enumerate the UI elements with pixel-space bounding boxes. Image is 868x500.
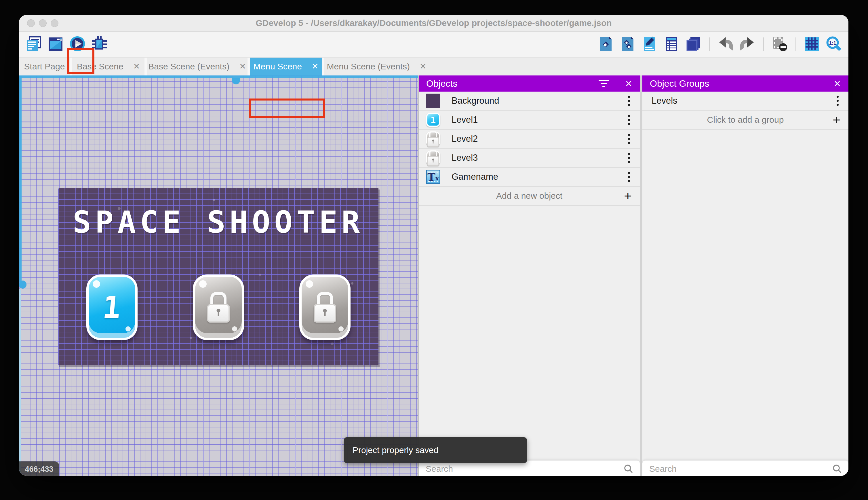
level3-sprite-thumbnail bbox=[426, 150, 441, 165]
toolbar-separator bbox=[796, 37, 796, 51]
vertical-scrollbar-track[interactable] bbox=[19, 289, 21, 476]
traffic-lights bbox=[27, 15, 58, 31]
object-row-level3[interactable]: Level3 bbox=[419, 149, 640, 168]
more-options-icon[interactable] bbox=[628, 96, 630, 106]
svg-text:1:1: 1:1 bbox=[829, 40, 836, 46]
save-toast: Project properly saved bbox=[344, 437, 527, 463]
background-sprite-thumbnail bbox=[426, 93, 441, 108]
layers-icon bbox=[685, 36, 701, 53]
objects-panel: Objects ✕ Background 1 Level1 bbox=[419, 76, 640, 476]
groups-search-input[interactable] bbox=[649, 464, 832, 474]
tab-start-page[interactable]: Start Page bbox=[19, 58, 72, 76]
close-object-groups-panel-icon[interactable]: ✕ bbox=[834, 79, 841, 89]
project-manager-icon bbox=[26, 36, 42, 53]
title-bar: GDevelop 5 - /Users/dkarakay/Documents/G… bbox=[19, 15, 848, 32]
play-icon bbox=[69, 36, 85, 53]
groups-search-bar bbox=[642, 461, 848, 476]
object-name: Background bbox=[451, 95, 499, 106]
groups-panel-empty-area bbox=[642, 129, 848, 461]
tab-base-scene-events[interactable]: Base Scene (Events) ✕ bbox=[147, 58, 250, 76]
tab-menu-scene[interactable]: Menu Scene ✕ bbox=[250, 58, 324, 76]
tab-label: Menu Scene (Events) bbox=[327, 61, 410, 71]
zoom-window-button[interactable] bbox=[51, 19, 58, 27]
group-name: Levels bbox=[652, 95, 678, 106]
pencil-card-icon bbox=[642, 36, 658, 53]
object-row-background[interactable]: Background bbox=[419, 92, 640, 111]
game-title-text-instance[interactable]: SPACE SHOOTER bbox=[58, 204, 378, 240]
add-new-group-button[interactable]: Click to add a group + bbox=[642, 111, 848, 129]
cursor-coordinates-badge: 466;433 bbox=[19, 462, 59, 476]
objects-search-input[interactable] bbox=[425, 464, 624, 474]
toggle-grid-button[interactable] bbox=[804, 36, 820, 53]
tab-close-icon[interactable]: ✕ bbox=[133, 62, 140, 70]
objects-panel-header: Objects ✕ bbox=[419, 76, 640, 92]
debugger-button[interactable] bbox=[91, 36, 108, 53]
deselect-instances-button[interactable] bbox=[771, 36, 788, 53]
group-row-levels[interactable]: Levels bbox=[642, 92, 848, 111]
level2-locked-button-instance[interactable] bbox=[193, 274, 244, 340]
object-row-level1[interactable]: 1 Level1 bbox=[419, 111, 640, 129]
object-row-gamename[interactable]: Tx Gamename bbox=[419, 168, 640, 186]
objects-panel-empty-area bbox=[419, 206, 640, 461]
object-name: Level3 bbox=[451, 153, 478, 163]
close-objects-panel-icon[interactable]: ✕ bbox=[625, 79, 632, 89]
object-groups-panel: Object Groups ✕ Levels Click to add a gr… bbox=[642, 76, 848, 476]
objects-list-button[interactable] bbox=[619, 36, 636, 53]
level1-button-instance[interactable]: 1 bbox=[86, 274, 138, 340]
level3-locked-button-instance[interactable] bbox=[299, 274, 351, 340]
layers-button[interactable] bbox=[685, 36, 702, 53]
level-buttons-row: 1 bbox=[58, 274, 378, 340]
window-title: GDevelop 5 - /Users/dkarakay/Documents/G… bbox=[19, 18, 848, 28]
tab-close-icon[interactable]: ✕ bbox=[420, 62, 426, 70]
edit-scene-properties-button[interactable] bbox=[641, 36, 658, 53]
add-new-object-button[interactable]: Add a new object + bbox=[419, 186, 640, 206]
panel-divider[interactable] bbox=[640, 76, 642, 476]
filter-icon[interactable] bbox=[598, 80, 610, 87]
more-options-icon[interactable] bbox=[628, 134, 630, 144]
add-object-label: Add a new object bbox=[496, 191, 562, 201]
search-icon bbox=[832, 464, 842, 474]
object-name: Level1 bbox=[451, 115, 478, 125]
tab-menu-scene-events[interactable]: Menu Scene (Events) ✕ bbox=[324, 58, 429, 76]
gdevelop-window: GDevelop 5 - /Users/dkarakay/Documents/G… bbox=[19, 15, 848, 476]
scene-properties-button[interactable] bbox=[663, 36, 680, 53]
tab-label: Start Page bbox=[24, 61, 65, 71]
undo-button[interactable] bbox=[717, 36, 734, 53]
objects-panel-title: Objects bbox=[426, 78, 598, 89]
toolbar-separator bbox=[709, 37, 710, 51]
project-manager-button[interactable] bbox=[25, 36, 42, 53]
more-options-icon[interactable] bbox=[628, 172, 630, 182]
object-row-level2[interactable]: Level2 bbox=[419, 129, 640, 149]
tab-close-icon[interactable]: ✕ bbox=[312, 62, 318, 70]
more-options-icon[interactable] bbox=[837, 96, 838, 106]
undo-arrow-icon bbox=[717, 36, 734, 53]
toolbar: 1:1 bbox=[19, 32, 848, 58]
open-scene-editor-button[interactable] bbox=[47, 36, 64, 53]
properties-list-icon bbox=[664, 36, 680, 53]
menu-scene-background-instance[interactable]: SPACE SHOOTER 1 bbox=[58, 188, 378, 365]
grid-icon bbox=[804, 36, 820, 53]
scene-canvas[interactable]: SPACE SHOOTER 1 bbox=[19, 76, 419, 476]
more-options-icon[interactable] bbox=[628, 153, 630, 163]
toolbar-right-group: 1:1 bbox=[597, 32, 842, 57]
deselect-instances-icon bbox=[772, 36, 788, 53]
horizontal-scrollbar-handle[interactable] bbox=[232, 78, 240, 84]
tab-base-scene[interactable]: Base Scene ✕ bbox=[72, 58, 147, 76]
more-options-icon[interactable] bbox=[628, 115, 630, 125]
preview-button[interactable] bbox=[69, 36, 86, 53]
horizontal-scrollbar[interactable] bbox=[19, 76, 418, 78]
level1-sprite-thumbnail: 1 bbox=[426, 112, 441, 127]
scene-window-icon bbox=[47, 36, 63, 53]
minimize-window-button[interactable] bbox=[39, 19, 47, 27]
toolbar-separator bbox=[763, 37, 764, 51]
close-window-button[interactable] bbox=[27, 19, 35, 27]
vertical-scrollbar-handle[interactable] bbox=[19, 281, 26, 288]
lock-icon bbox=[207, 292, 230, 322]
export-project-button[interactable] bbox=[597, 36, 614, 53]
tab-close-icon[interactable]: ✕ bbox=[239, 62, 246, 70]
zoom-original-button[interactable]: 1:1 bbox=[825, 36, 842, 53]
plus-icon: + bbox=[833, 113, 840, 126]
vertical-scrollbar[interactable] bbox=[19, 76, 22, 282]
toolbar-left-group bbox=[25, 36, 108, 53]
redo-button[interactable] bbox=[739, 36, 756, 53]
